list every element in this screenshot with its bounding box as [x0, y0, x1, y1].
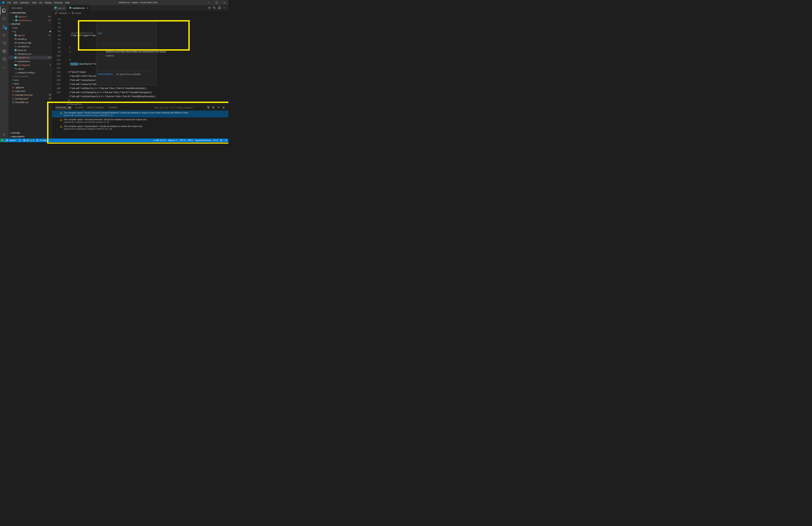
menu-bar: FileEditSelectionViewGoDebugTerminalHelp [6, 0, 71, 5]
open-editor[interactable]: ×todoItem.tsx js9+ [9, 18, 52, 22]
file-row[interactable]: index.html [9, 89, 52, 93]
panel-up-icon[interactable] [217, 106, 220, 109]
file-row[interactable]: footer.tsx [9, 48, 52, 52]
status-remote[interactable] [0, 138, 5, 142]
problems-list: The compiler option "forceConsistentCasi… [52, 111, 228, 138]
breadcrumbs[interactable]: TodoItem render [52, 11, 228, 15]
close-icon[interactable]: × [12, 19, 15, 22]
status-encoding[interactable]: UTF-8 [178, 138, 187, 142]
problem-row[interactable]: The compiler option "forceConsistentCasi… [52, 111, 228, 117]
problem-row[interactable]: The compiler option "importHelpers" shou… [52, 124, 228, 131]
panel-close-icon[interactable] [222, 106, 225, 109]
file-row[interactable]: TSinterfaces.d.ts [9, 52, 52, 56]
menu-go[interactable]: Go [38, 0, 44, 5]
activity-edge[interactable] [0, 55, 9, 63]
file-row[interactable]: app.tsx9+ [9, 33, 52, 37]
file-row[interactable]: webpack.config.js [9, 71, 52, 74]
file-row[interactable]: package.jsonM [9, 97, 52, 100]
status-bar: master* 48 3 17 mins Ln 98, Col 12 Space… [0, 138, 228, 142]
folder-row[interactable]: scss [9, 78, 52, 82]
activity-remote[interactable] [0, 39, 9, 47]
peek-problem-link[interactable]: Peek Problem [98, 72, 113, 76]
folder-row[interactable]: tests [9, 82, 52, 86]
code-editor[interactable]: 9192939495969798991001011021031041051061… [52, 15, 228, 105]
no-quick-fix-label: No quick fixes available [116, 72, 141, 76]
open-editor[interactable]: app.tsx js9+ [9, 15, 52, 18]
status-bell[interactable] [223, 138, 228, 142]
file-tree: cssjsapp.tsx9+JSbundle.jsJSbundle.js.map… [9, 26, 52, 131]
file-row[interactable]: TSconstants.ts [9, 45, 52, 48]
menu-help[interactable]: Help [64, 0, 71, 5]
title-bar: FileEditSelectionViewGoDebugTerminalHelp… [0, 0, 228, 5]
svg-rect-33 [216, 2, 217, 3]
maximize-button[interactable] [213, 0, 220, 5]
chevron-right-icon [12, 83, 14, 85]
editor-tab[interactable]: todoItem.tsx× [67, 5, 90, 11]
status-errors[interactable]: 48 3 [22, 138, 35, 142]
file-row[interactable]: package-lock.jsonM [9, 93, 52, 97]
more-icon[interactable] [223, 6, 226, 10]
chevron-right-icon [12, 27, 14, 29]
menu-view[interactable]: View [30, 0, 38, 5]
collapse-all-icon[interactable] [212, 106, 215, 109]
project-header[interactable]: BUGTEST [9, 22, 52, 26]
activity-extensions[interactable] [0, 47, 9, 55]
activity-settings[interactable] [0, 130, 9, 138]
npm-scripts-header[interactable]: NPM SCRIPTS [9, 135, 52, 138]
minimize-button[interactable] [205, 0, 213, 5]
file-row[interactable]: ◆.gitignore [9, 86, 52, 89]
panel-tab-debug[interactable]: DEBUG CONSOLE [87, 106, 104, 109]
panel-tab-problems[interactable]: PROBLEMS 51 [56, 106, 72, 109]
status-time[interactable]: 17 mins [35, 138, 48, 142]
status-eol[interactable]: CRLF [187, 138, 194, 142]
open-editors-header[interactable]: OPEN EDITORS [9, 11, 52, 15]
panel-tab-output[interactable]: OUTPUT [75, 106, 84, 109]
modified-dot-icon [49, 31, 51, 32]
status-sync[interactable] [17, 138, 22, 142]
problems-filter-input[interactable] [154, 106, 205, 109]
split-editor-icon[interactable] [218, 6, 221, 10]
menu-selection[interactable]: Selection [19, 0, 30, 5]
outline-header[interactable]: OUTLINE [9, 131, 52, 135]
folder-row[interactable]: js [9, 30, 52, 33]
editor-area: app.tsxtodoItem.tsx× TodoItem render 919… [52, 5, 228, 138]
activity-search[interactable] [0, 15, 9, 23]
react-icon [54, 6, 57, 10]
status-ts-version[interactable]: 3.7.3 [212, 138, 219, 142]
status-cursor[interactable]: Ln 98, Col 12 [153, 138, 167, 142]
folder-row[interactable]: css [9, 26, 52, 30]
activity-check[interactable] [0, 63, 9, 72]
editor-tab[interactable]: app.tsx [52, 5, 67, 11]
file-row[interactable]: README.md [9, 100, 52, 104]
file-row[interactable]: JSbundle.js [9, 37, 52, 41]
activity-debug[interactable] [0, 31, 9, 39]
file-row[interactable]: TStodoModel.ts [9, 59, 52, 63]
close-icon[interactable]: × [87, 7, 88, 9]
open-editors-list: app.tsx js9+×todoItem.tsx js9+ [9, 15, 52, 22]
filter-icon[interactable] [207, 106, 210, 109]
activity-explorer[interactable] [0, 6, 9, 15]
status-feedback[interactable] [219, 138, 223, 142]
file-row[interactable]: JSbundle.js.map [9, 41, 52, 45]
file-row[interactable]: todoItem.tsx9+ [9, 56, 52, 59]
menu-terminal[interactable]: Terminal [53, 0, 64, 5]
status-branch[interactable]: master* [5, 138, 17, 142]
file-row[interactable]: TStsconfig.json5 [9, 63, 52, 67]
warning-icon [60, 112, 62, 115]
editor-tabs: app.tsxtodoItem.tsx× [52, 5, 228, 11]
menu-debug[interactable]: Debug [44, 0, 53, 5]
problem-row[interactable]: The compiler option "removeComments" sho… [52, 117, 228, 124]
activity-scm[interactable]: 3 [0, 23, 9, 31]
close-button[interactable] [220, 0, 228, 5]
folder-row[interactable]: node_modules [9, 74, 52, 78]
status-language[interactable]: TypeScript React [194, 138, 212, 142]
status-spaces[interactable]: Spaces: 2 [167, 138, 178, 142]
toggle-layout-icon[interactable] [213, 6, 216, 10]
menu-file[interactable]: File [6, 0, 12, 5]
chevron-right-icon [12, 79, 14, 81]
compare-icon[interactable] [208, 6, 211, 10]
panel-tab-terminal[interactable]: TERMINAL [108, 106, 118, 109]
activity-bar: 3 [0, 5, 9, 138]
menu-edit[interactable]: Edit [12, 0, 19, 5]
file-row[interactable]: TSutils.ts [9, 67, 52, 71]
